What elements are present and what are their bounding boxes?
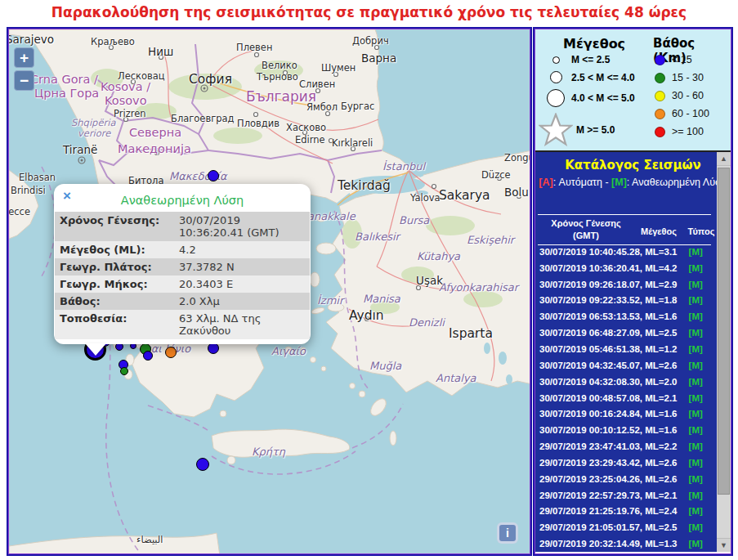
event-detail-row: Τοποθεσία: 63 Χλμ. ΝΔ της Ζακύνθου: [55, 310, 310, 339]
event-time-magnitude: 30/07/2019 10:36:20.41, ML=4.2: [535, 263, 677, 273]
map-label: Αιγαίο: [271, 345, 306, 357]
earthquake-marker[interactable]: [196, 458, 209, 471]
catalog-row[interactable]: 29/07/2019 20:32:14.49, ML=1.3 [M]: [535, 535, 714, 552]
catalog-row[interactable]: 29/07/2019 21:25:19.76, ML=2.4 [M]: [535, 504, 714, 520]
event-type-badge: [M]: [677, 522, 714, 532]
event-type-badge: [M]: [677, 393, 714, 403]
event-type-badge: [M]: [677, 506, 714, 516]
event-type-badge: [M]: [677, 280, 714, 289]
map-label: Tiranë: [63, 143, 97, 156]
magnitude-legend-title: Μέγεθος: [563, 36, 625, 52]
event-type-badge: [M]: [677, 247, 714, 257]
map-label: Kırklareli: [332, 137, 373, 149]
event-time-magnitude: 30/07/2019 09:26:18.07, ML=2.9: [535, 280, 677, 289]
map-label: Zonguldak: [504, 152, 530, 164]
event-detail-row: Γεωγρ. Πλάτος: 37.3782 N: [55, 258, 310, 276]
catalog-row[interactable]: 30/07/2019 00:10:12.52, ML=1.6 [M]: [535, 422, 714, 438]
earthquake-marker[interactable]: [120, 367, 128, 375]
map-label: Muğla: [369, 360, 401, 372]
earthquake-marker[interactable]: [165, 347, 177, 358]
popup-close-icon[interactable]: ×: [63, 189, 71, 203]
depth-legend-item: 60 - 100: [655, 108, 730, 119]
catalog-row[interactable]: 30/07/2019 09:26:18.07, ML=2.9 [M]: [535, 276, 714, 293]
catalog-row[interactable]: 30/07/2019 10:36:20.41, ML=4.2 [M]: [535, 260, 714, 276]
map-label: Црна Гора: [34, 87, 99, 100]
catalog-row[interactable]: 29/07/2019 21:05:01.57, ML=2.5 [M]: [535, 519, 714, 535]
map-label: Бургас: [341, 101, 374, 112]
event-time-magnitude: 30/07/2019 00:10:12.52, ML=1.6: [535, 425, 677, 435]
catalog-row[interactable]: 30/07/2019 00:48:57.08, ML=2.1 [M]: [535, 390, 714, 406]
depth-color-dot: [655, 127, 665, 137]
magnitude-legend-item: 4.0 < M <= 5.0: [540, 89, 645, 107]
event-time-magnitude: 30/07/2019 06:48:27.09, ML=2.5: [535, 328, 677, 338]
event-type-badge: [M]: [677, 474, 714, 484]
catalog-row[interactable]: 30/07/2019 00:16:24.84, ML=1.6 [M]: [535, 405, 714, 422]
map-label: Brindisi: [11, 185, 46, 196]
map-label: Manisa: [363, 293, 400, 305]
event-type-badge: [M]: [677, 377, 714, 387]
column-magnitude: Μέγεθος: [633, 226, 684, 236]
earthquake-catalog: Κατάλογος Σεισμών [A]: Αυτόματη - [M]: Α…: [535, 152, 731, 552]
catalog-legend-line: [A]: Αυτόματη - [M]: Αναθεωρημένη Λύση: [535, 177, 731, 188]
event-type-badge: [M]: [677, 361, 714, 370]
detail-value: 4.2: [174, 241, 310, 258]
zoom-out-button[interactable]: −: [14, 70, 34, 91]
event-time-magnitude: 30/07/2019 04:32:08.30, ML=2.0: [535, 377, 677, 387]
event-detail-row: Βάθος: 2.0 Χλμ: [55, 293, 310, 310]
catalog-row[interactable]: 30/07/2019 06:53:13.53, ML=1.6 [M]: [535, 308, 714, 325]
detail-value: 37.3782 N: [174, 258, 310, 276]
catalog-row[interactable]: 30/07/2019 10:40:45.28, ML=3.1 [M]: [535, 244, 714, 260]
detail-value: 30/07/2019 10:36:20.41 (GMT): [174, 212, 310, 241]
scroll-down-arrow-icon[interactable]: ▼: [717, 538, 731, 552]
map-label: Хасково: [286, 122, 326, 133]
event-time-magnitude: 30/07/2019 05:46:51.38, ML=1.2: [535, 344, 677, 354]
attribution-info-button[interactable]: i: [497, 522, 518, 544]
event-type-badge: [M]: [677, 295, 714, 305]
event-time-magnitude: 29/07/2019 22:57:29.73, ML=2.1: [535, 491, 677, 500]
magnitude-legend-item: M <= 2.5: [540, 54, 645, 65]
page: Παρακολούθηση της σεισμικότητας σε πραγμ…: [0, 0, 738, 560]
catalog-row[interactable]: 30/07/2019 05:46:51.38, ML=1.2 [M]: [535, 341, 714, 357]
map-label: Shqipëria: [71, 117, 115, 128]
depth-color-dot: [655, 109, 665, 119]
zoom-in-button[interactable]: +: [14, 47, 34, 68]
depth-legend: < 15 15 - 30 30 - 60 60 - 100: [655, 54, 730, 144]
map-label: İstanbul: [382, 160, 425, 172]
catalog-row[interactable]: 29/07/2019 23:47:41.03, ML=2.2 [M]: [535, 438, 714, 455]
scrollbar-thumb[interactable]: [718, 168, 730, 495]
event-type-badge: [M]: [677, 409, 714, 419]
depth-color-dot: [655, 91, 665, 101]
catalog-rows: 30/07/2019 10:40:45.28, ML=3.1 [M] 30/07…: [535, 244, 714, 552]
scroll-up-arrow-icon[interactable]: ▲: [717, 152, 731, 166]
map-label: Македонија: [118, 142, 191, 155]
map[interactable]: Sarajevo Краљево Ниш Лесковац Crna Gora …: [9, 29, 530, 553]
catalog-scrollbar[interactable]: ▲ ▼: [717, 152, 731, 552]
map-label: Плевен: [236, 42, 272, 53]
event-details-table: Χρόνος Γένεσης: 30/07/2019 10:36:20.41 (…: [55, 212, 310, 339]
event-type-badge: [M]: [677, 328, 714, 338]
catalog-row[interactable]: 29/07/2019 22:57:29.73, ML=2.1 [M]: [535, 487, 714, 504]
catalog-row[interactable]: 29/07/2019 23:25:04.26, ML=2.6 [M]: [535, 471, 714, 487]
catalog-column-headers: Χρόνος Γένεσης(GMT) Μέγεθος Τύπος: [535, 215, 731, 244]
map-label: Добрич: [352, 35, 389, 47]
map-label: Balıkesir: [355, 231, 400, 243]
catalog-row[interactable]: 30/07/2019 04:32:45.07, ML=2.6 [M]: [535, 357, 714, 374]
catalog-title: Κατάλογος Σεισμών: [535, 152, 731, 172]
earthquake-marker[interactable]: [143, 351, 153, 361]
event-time-magnitude: 30/07/2019 00:48:57.08, ML=2.1: [535, 393, 677, 403]
event-type-badge: [M]: [677, 425, 714, 435]
detail-label: Χρόνος Γένεσης:: [55, 212, 174, 241]
earthquake-marker[interactable]: [208, 170, 219, 181]
event-type-badge: [M]: [677, 441, 714, 451]
catalog-row[interactable]: 30/07/2019 09:22:33.52, ML=1.8 [M]: [535, 293, 714, 309]
event-time-magnitude: 30/07/2019 10:40:45.28, ML=3.1: [535, 247, 677, 257]
depth-legend-item: < 15: [655, 54, 730, 65]
map-label: Ямбол: [306, 101, 338, 113]
earthquake-marker[interactable]: [208, 343, 219, 354]
map-label: Tekirdağ: [338, 178, 391, 193]
catalog-row[interactable]: 30/07/2019 04:32:08.30, ML=2.0 [M]: [535, 374, 714, 390]
map-label: София: [189, 72, 232, 87]
catalog-row[interactable]: 29/07/2019 23:29:43.42, ML=2.6 [M]: [535, 455, 714, 471]
map-label: Благоевград: [171, 113, 235, 124]
catalog-row[interactable]: 30/07/2019 06:48:27.09, ML=2.5 [M]: [535, 325, 714, 341]
